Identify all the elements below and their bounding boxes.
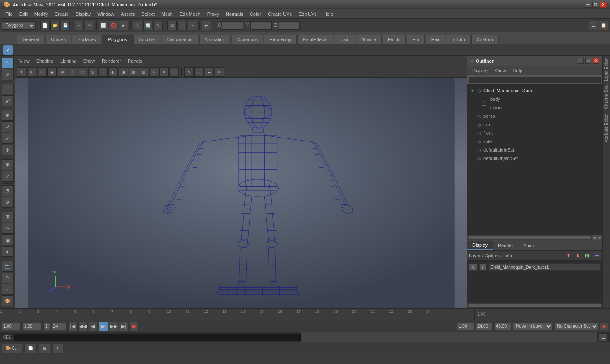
outliner-menu-help[interactable]: Help	[510, 67, 526, 74]
menu-item-window[interactable]: Window	[94, 11, 117, 17]
menu-item-file[interactable]: File	[2, 11, 16, 17]
minimize-button[interactable]: ─	[585, 2, 591, 8]
tab-fluids[interactable]: Fluids	[383, 35, 406, 44]
new-file-button[interactable]: 📄	[40, 21, 50, 30]
channel-box-tab[interactable]: Channel Box / Layer Editor	[603, 56, 610, 112]
layer-add-icon[interactable]: ⊞	[583, 251, 591, 260]
main-viewport[interactable]: X Y	[15, 78, 467, 308]
menu-item-normals[interactable]: Normals	[222, 11, 247, 17]
channel-box-toggle[interactable]: ☰	[589, 21, 598, 30]
transport-record[interactable]: ⏺	[129, 322, 139, 331]
tab-animation[interactable]: Animation	[199, 35, 231, 44]
camera-tool[interactable]: 📷	[2, 261, 14, 271]
select-transform[interactable]: ↗	[2, 69, 14, 80]
vp-link[interactable]: ⊕	[215, 67, 224, 77]
transport-play[interactable]: ▶	[99, 322, 108, 331]
render-button[interactable]: ▶	[202, 21, 211, 30]
tab-deformation[interactable]: Deformation	[162, 35, 198, 44]
menu-item-edit-uvs[interactable]: Edit UVs	[295, 11, 320, 17]
layer-menu-layers[interactable]: Layers	[469, 253, 483, 258]
layer-new-icon[interactable]: ⬆	[564, 251, 573, 260]
taskbar-btn-2[interactable]: 📄	[24, 344, 37, 353]
scale-button[interactable]: ⤡	[153, 21, 163, 30]
outliner-minimize[interactable]: ─	[578, 58, 584, 64]
layer-edit-btn[interactable]: /	[479, 263, 487, 271]
tab-polygons[interactable]: Polygons	[102, 35, 132, 44]
vp-light2[interactable]: ◌	[78, 67, 87, 77]
soft-select[interactable]: ◉	[2, 159, 14, 170]
attribute-editor-tab[interactable]: Attribute Editor	[603, 112, 610, 145]
timeline-ruler[interactable]: 123456789101112131415161718192021222324	[0, 309, 474, 320]
menu-item-edit-mesh[interactable]: Edit Mesh	[176, 11, 204, 17]
viewport-menu-view[interactable]: View	[17, 58, 32, 64]
frame-end-input[interactable]	[52, 323, 67, 330]
tree-item-dos[interactable]: ◎defaultObjectSet	[467, 154, 602, 163]
tree-item-side[interactable]: ◎side	[467, 137, 602, 146]
menu-item-help[interactable]: Help	[320, 11, 337, 17]
transport-back[interactable]: ◀	[89, 322, 98, 331]
outliner-menu-show[interactable]: Show	[491, 67, 510, 74]
viewport-menu-lighting[interactable]: Lighting	[58, 58, 79, 64]
outliner-menu-display[interactable]: Display	[469, 67, 491, 74]
menu-item-proxy[interactable]: Proxy	[204, 11, 222, 17]
menu-item-create-uvs[interactable]: Create UVs	[264, 11, 295, 17]
viewport-menu-show[interactable]: Show	[81, 58, 98, 64]
tab-surfaces[interactable]: Surfaces	[72, 35, 101, 44]
menu-item-color[interactable]: Color	[247, 11, 264, 17]
viewport-menu-renderer[interactable]: Renderer	[99, 58, 124, 64]
vp-depth[interactable]: ≋	[159, 67, 169, 77]
rotate-button[interactable]: 🔄	[143, 21, 152, 30]
select-button[interactable]: ⬜	[99, 21, 108, 30]
vp-panel-b[interactable]: ▰	[205, 67, 214, 77]
move-button[interactable]: ✛	[133, 21, 142, 30]
tree-expand-root[interactable]: ▼	[471, 88, 476, 93]
layers-tool[interactable]: ⧉	[2, 273, 14, 283]
outliner-scroll-right[interactable]: ▶	[597, 235, 602, 240]
taskbar-btn-4[interactable]: ✕	[52, 344, 63, 353]
taskbar-app-btn[interactable]: 🎨 C...	[2, 344, 22, 353]
layer-menu-help[interactable]: Help	[502, 253, 512, 258]
attr-editor-toggle[interactable]: 📋	[599, 21, 608, 30]
taskbar-btn-3[interactable]: 🖥	[39, 344, 50, 353]
tree-item-dls[interactable]: ◎defaultLightSet	[467, 146, 602, 154]
mel-input[interactable]	[14, 334, 301, 341]
tab-ncloth[interactable]: nCloth	[446, 35, 471, 44]
tab-general[interactable]: General	[17, 35, 44, 44]
layer-menu-options[interactable]: Options	[485, 253, 501, 258]
sculpt-tool[interactable]: 🖊	[2, 171, 14, 182]
layer-delete-icon[interactable]: ⬇	[574, 251, 582, 260]
render-tool[interactable]: ⬦	[2, 284, 14, 295]
mel-scroll-btn[interactable]: ☰	[599, 334, 607, 341]
maximize-button[interactable]: □	[592, 2, 599, 8]
no-anim-layer-select[interactable]: No Anim Layer	[513, 323, 552, 330]
anim-start-input[interactable]	[457, 323, 474, 330]
outliner-search-input[interactable]	[469, 77, 601, 83]
tab-hair[interactable]: Hair	[426, 35, 445, 44]
set-pivot[interactable]: ⊗	[2, 197, 14, 207]
snap-to-grid[interactable]: ⊞	[2, 212, 14, 222]
tab-subdivs[interactable]: Subdivs	[133, 35, 161, 44]
rotate-tool[interactable]: ↺	[2, 121, 14, 132]
menu-item-mesh[interactable]: Mesh	[158, 11, 176, 17]
layer-scrollbar[interactable]	[467, 303, 602, 308]
make-live[interactable]: ●	[2, 246, 14, 257]
transport-back-step[interactable]: ◀◀	[78, 322, 88, 331]
frame-start-input[interactable]	[2, 323, 21, 330]
show-manip[interactable]: ⊡	[2, 185, 14, 196]
redo-button[interactable]: ↪	[85, 21, 94, 30]
transport-start[interactable]: |◀	[68, 322, 78, 331]
outliner-scroll-left[interactable]: ◀	[592, 235, 597, 240]
outliner-close[interactable]: ✕	[593, 58, 599, 64]
active-indicator[interactable]: ✓	[3, 45, 13, 55]
transform-tool[interactable]: ✛	[2, 145, 14, 155]
menu-item-display[interactable]: Display	[72, 11, 94, 17]
close-button[interactable]: ✕	[600, 2, 607, 8]
viewport-menu-panels[interactable]: Panels	[125, 58, 145, 64]
snap-point-button[interactable]: •	[188, 21, 197, 30]
vp-aa[interactable]: ▥	[139, 67, 148, 77]
snap-grid-button[interactable]: ⊞	[167, 21, 177, 30]
save-file-button[interactable]: 💾	[61, 21, 70, 30]
x-input[interactable]	[222, 21, 243, 30]
vp-grid[interactable]: ⊞	[27, 67, 36, 77]
tree-item-root[interactable]: ▼⬡Child_Mannequin_Dark	[467, 86, 602, 95]
